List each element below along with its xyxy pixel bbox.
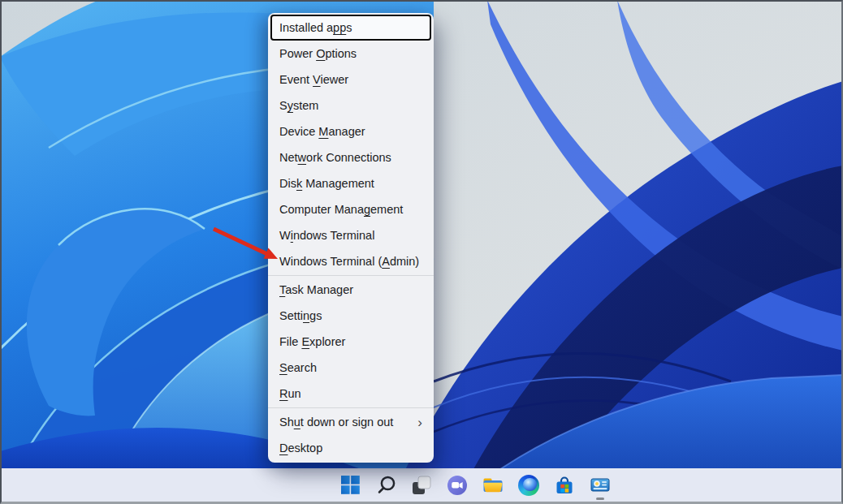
taskbar [0, 468, 843, 502]
submenu-chevron-icon: › [417, 416, 422, 429]
menu-item-search[interactable]: Search [270, 355, 431, 381]
menu-item-label: File Explorer [279, 335, 345, 348]
winx-menu: Installed appsPower OptionsEvent ViewerS… [268, 13, 434, 463]
running-app-icon [590, 477, 610, 493]
menu-item-label: Windows Terminal [279, 229, 374, 242]
taskbar-icons [332, 468, 618, 502]
start-button[interactable] [332, 468, 368, 502]
menu-item-label: Event Viewer [279, 73, 348, 86]
menu-item-file-explorer[interactable]: File Explorer [270, 329, 431, 355]
windows-start-icon [341, 476, 360, 494]
menu-item-label: Search [279, 361, 317, 374]
store-icon [554, 475, 575, 496]
menu-item-installed-apps[interactable]: Installed apps [270, 15, 431, 41]
file-explorer-button[interactable] [475, 468, 511, 502]
menu-item-run[interactable]: Run [270, 381, 431, 407]
edge-button[interactable] [511, 468, 547, 502]
menu-item-windows-terminal[interactable]: Windows Terminal [270, 222, 431, 248]
menu-item-label: Settings [279, 309, 322, 322]
menu-item-power-options[interactable]: Power Options [270, 41, 431, 67]
menu-item-label: Device Manager [279, 125, 365, 138]
chat-button[interactable] [439, 468, 475, 502]
menu-item-label: Windows Terminal (Admin) [279, 255, 419, 268]
menu-item-network-connections[interactable]: Network Connections [270, 144, 431, 170]
menu-item-disk-management[interactable]: Disk Management [270, 170, 431, 196]
task-view-button[interactable] [404, 468, 439, 502]
menu-item-label: Computer Management [279, 203, 403, 216]
edge-icon [518, 475, 539, 496]
menu-item-desktop[interactable]: Desktop [270, 435, 431, 461]
screen: Installed appsPower OptionsEvent ViewerS… [0, 0, 843, 504]
menu-item-task-manager[interactable]: Task Manager [270, 277, 431, 303]
menu-item-event-viewer[interactable]: Event Viewer [270, 67, 431, 93]
menu-item-label: Run [279, 387, 301, 400]
running-app-button[interactable] [582, 468, 618, 502]
file-explorer-icon [482, 476, 504, 495]
menu-item-label: Installed apps [279, 21, 352, 34]
menu-item-label: Disk Management [279, 177, 374, 190]
menu-item-settings[interactable]: Settings [270, 303, 431, 329]
menu-item-system[interactable]: System [270, 93, 431, 118]
store-button[interactable] [547, 468, 582, 502]
task-view-icon [412, 476, 431, 495]
search-button[interactable] [368, 468, 404, 502]
menu-item-label: Task Manager [279, 283, 353, 296]
menu-item-shut-down-or-sign-out[interactable]: Shut down or sign out› [270, 409, 431, 435]
menu-item-label: Network Connections [279, 151, 391, 164]
menu-item-device-manager[interactable]: Device Manager [270, 118, 431, 144]
menu-item-computer-management[interactable]: Computer Management [270, 196, 431, 222]
chat-icon [447, 475, 468, 496]
menu-item-label: System [279, 99, 318, 112]
running-indicator [596, 498, 604, 500]
menu-item-label: Power Options [279, 47, 357, 60]
search-icon [376, 475, 396, 495]
menu-divider [268, 275, 434, 276]
menu-item-label: Desktop [279, 442, 322, 454]
menu-item-label: Shut down or sign out [279, 416, 393, 429]
menu-divider [268, 407, 434, 408]
menu-item-windows-terminal-admin[interactable]: Windows Terminal (Admin) [270, 248, 431, 274]
